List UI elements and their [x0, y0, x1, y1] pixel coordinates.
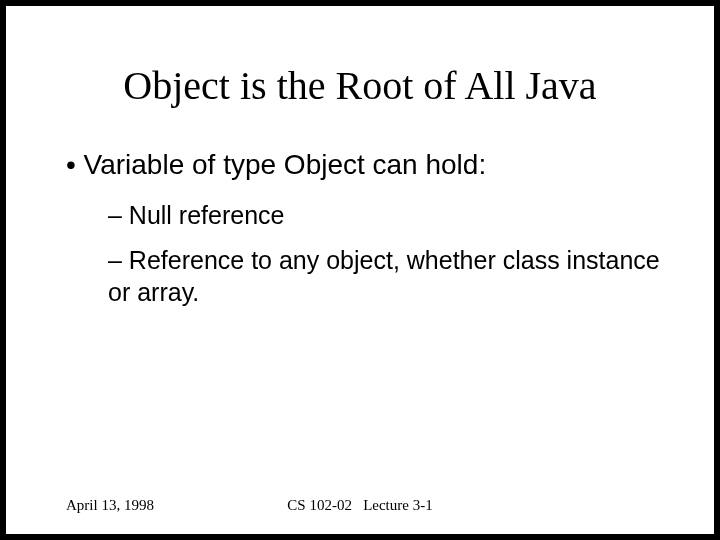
bullet-main: • Variable of type Object can hold:	[66, 147, 664, 182]
footer-center: CS 102-02 Lecture 3-1	[6, 497, 714, 514]
slide-content: • Variable of type Object can hold: – Nu…	[6, 147, 714, 308]
slide-title: Object is the Root of All Java	[6, 62, 714, 109]
bullet-sub-2: – Reference to any object, whether class…	[66, 245, 664, 308]
footer-course: CS 102-02	[287, 497, 352, 513]
bullet-sub-1: – Null reference	[66, 200, 664, 231]
footer-lecture: Lecture 3-1	[363, 497, 433, 513]
slide-frame: Object is the Root of All Java • Variabl…	[0, 0, 720, 540]
